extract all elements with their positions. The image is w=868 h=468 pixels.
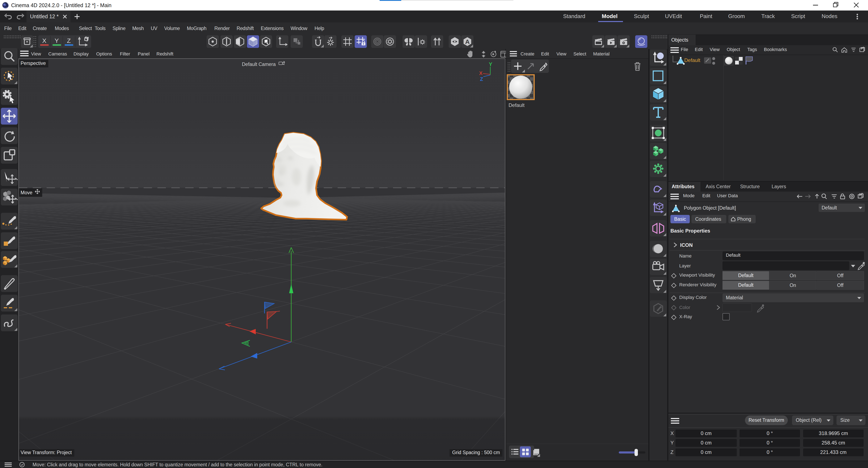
- svg-text:X: X: [42, 37, 46, 44]
- svg-text:Z: Z: [67, 37, 71, 44]
- svg-text:Y: Y: [55, 37, 59, 44]
- svg-text:Z: Z: [480, 76, 483, 82]
- svg-text:X: X: [479, 70, 483, 76]
- svg-text:A: A: [465, 38, 470, 45]
- svg-text:Y: Y: [489, 61, 492, 67]
